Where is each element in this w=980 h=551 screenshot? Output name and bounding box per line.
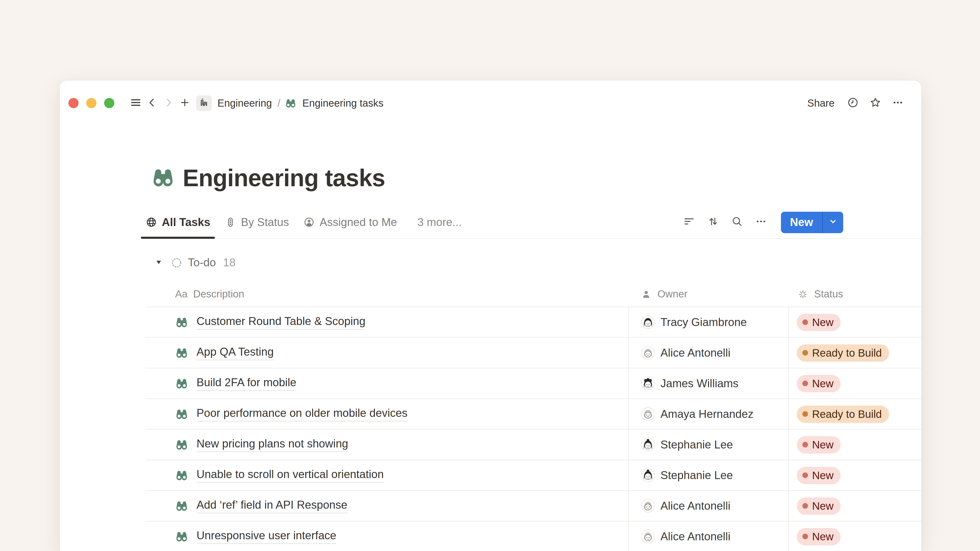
more-views-button[interactable]: 3 more... <box>413 206 466 238</box>
description-cell[interactable]: App QA Testing <box>145 338 628 368</box>
status-label: Ready to Build <box>812 347 882 359</box>
status-cell[interactable]: New <box>788 491 921 521</box>
table-row[interactable]: Unresponsive user interface Alice Antone… <box>145 521 921 551</box>
teamspace-icon-button[interactable] <box>196 95 212 111</box>
owner-name: Alice Antonelli <box>660 530 730 543</box>
status-dot-icon <box>802 381 808 386</box>
task-title-link[interactable]: Customer Round Table & Scoping <box>197 315 366 330</box>
minimize-window-button[interactable] <box>86 98 97 108</box>
column-header-owner[interactable]: Owner <box>628 282 788 306</box>
new-button-group: New <box>781 211 843 233</box>
description-cell[interactable]: Unresponsive user interface <box>145 521 628 551</box>
owner-cell[interactable]: Stephanie Lee <box>628 430 788 460</box>
owner-avatar <box>641 376 655 390</box>
status-badge: Ready to Build <box>797 344 889 362</box>
owner-name: Alice Antonelli <box>660 499 730 513</box>
task-title-link[interactable]: Build 2FA for mobile <box>197 376 296 391</box>
task-binoculars-icon <box>175 438 188 451</box>
new-page-button[interactable] <box>177 95 193 111</box>
status-cell[interactable]: Ready to Build <box>788 399 921 429</box>
group-collapse-toggle[interactable] <box>152 256 165 269</box>
favorite-button[interactable] <box>867 95 883 111</box>
owner-cell[interactable]: Alice Antonelli <box>628 338 788 368</box>
task-title-link[interactable]: Poor performance on older mobile devices <box>197 407 407 421</box>
status-badge: New <box>797 313 841 331</box>
table-row[interactable]: New pricing plans not showing Stephanie … <box>145 430 921 460</box>
share-button[interactable]: Share <box>803 95 838 111</box>
more-options-button[interactable] <box>890 95 906 111</box>
status-cell[interactable]: New <box>788 430 921 460</box>
tab-assigned-to-me[interactable]: Assigned to Me <box>299 206 401 238</box>
owner-cell[interactable]: Amaya Hernandez <box>628 399 788 429</box>
table-row[interactable]: Poor performance on older mobile devices… <box>145 399 921 430</box>
close-window-button[interactable] <box>68 98 79 108</box>
new-dropdown-button[interactable] <box>822 211 843 233</box>
status-cell[interactable]: New <box>788 521 921 551</box>
hamburger-icon <box>130 96 142 110</box>
group-header-todo: To-do 18 <box>145 252 921 273</box>
new-button[interactable]: New <box>781 211 822 233</box>
owner-cell[interactable]: Alice Antonelli <box>628 521 788 551</box>
table-row[interactable]: Customer Round Table & Scoping Tracy Gia… <box>145 307 921 338</box>
view-options-button[interactable] <box>752 213 770 231</box>
task-title-link[interactable]: App QA Testing <box>197 345 274 360</box>
status-cell[interactable]: New <box>788 368 921 399</box>
table-row[interactable]: Unable to scroll on vertical orientation… <box>145 460 921 491</box>
status-burst-icon <box>797 289 808 300</box>
table-row[interactable]: Build 2FA for mobile James Williams New <box>145 368 921 399</box>
status-cell[interactable]: Ready to Build <box>788 338 921 368</box>
zoom-window-button[interactable] <box>104 98 115 108</box>
status-label: Ready to Build <box>812 408 882 420</box>
task-binoculars-icon <box>175 346 188 359</box>
breadcrumb-teamspace[interactable]: Engineering <box>216 96 273 110</box>
table-row[interactable]: App QA Testing Alice Antonelli Ready to … <box>145 338 921 368</box>
nav-forward-button[interactable] <box>160 95 177 111</box>
todo-status-icon <box>170 257 183 269</box>
updates-button[interactable] <box>845 95 861 111</box>
group-count: 18 <box>223 256 235 269</box>
description-cell[interactable]: New pricing plans not showing <box>145 430 628 460</box>
description-cell[interactable]: Unable to scroll on vertical orientation <box>145 460 628 490</box>
task-title-link[interactable]: New pricing plans not showing <box>197 437 348 452</box>
task-binoculars-icon <box>175 377 188 390</box>
search-button[interactable] <box>729 213 746 231</box>
traffic-lights <box>68 98 115 108</box>
owner-cell[interactable]: James Williams <box>628 368 788 399</box>
page-content: Engineering tasks All Tasks By Status As… <box>60 161 921 551</box>
owner-cell[interactable]: Tracy Giambrone <box>628 307 788 337</box>
description-cell[interactable]: Add ‘ref’ field in API Response <box>145 491 628 521</box>
task-title-link[interactable]: Unresponsive user interface <box>197 529 336 544</box>
status-dot-icon <box>802 442 808 448</box>
sidebar-toggle-button[interactable] <box>127 95 144 111</box>
group-name[interactable]: To-do <box>188 256 216 269</box>
task-title-link[interactable]: Add ‘ref’ field in API Response <box>197 499 347 513</box>
tab-all-tasks[interactable]: All Tasks <box>141 206 215 238</box>
status-cell[interactable]: New <box>788 307 921 337</box>
search-icon <box>731 215 743 229</box>
owner-cell[interactable]: Alice Antonelli <box>628 491 788 521</box>
sort-button[interactable] <box>704 213 722 231</box>
status-label: New <box>812 438 834 451</box>
description-cell[interactable]: Poor performance on older mobile devices <box>145 399 628 429</box>
description-cell[interactable]: Customer Round Table & Scoping <box>145 307 628 337</box>
column-header-status[interactable]: Status <box>788 282 921 306</box>
nav-back-button[interactable] <box>144 95 160 111</box>
notion-app-window: Engineering / Engineering tasks Share En… <box>60 81 921 551</box>
tab-by-status[interactable]: By Status <box>220 206 293 238</box>
status-cell[interactable]: New <box>788 460 921 490</box>
task-title-link[interactable]: Unable to scroll on vertical orientation <box>197 468 384 483</box>
status-label: New <box>812 469 834 481</box>
breadcrumb-page[interactable]: Engineering tasks <box>301 96 385 110</box>
owner-avatar <box>641 438 655 451</box>
triangle-down-icon <box>154 257 164 268</box>
window-topbar: Engineering / Engineering tasks Share <box>60 81 921 125</box>
owner-cell[interactable]: Stephanie Lee <box>628 460 788 490</box>
description-cell[interactable]: Build 2FA for mobile <box>145 368 628 399</box>
status-dot-icon <box>802 350 808 356</box>
tab-label: By Status <box>241 216 289 229</box>
owner-avatar <box>641 407 655 421</box>
table-rows: Customer Round Table & Scoping Tracy Gia… <box>145 307 921 551</box>
table-row[interactable]: Add ‘ref’ field in API Response Alice An… <box>145 491 921 521</box>
filter-button[interactable] <box>680 213 698 231</box>
column-header-description[interactable]: Aa Description <box>145 282 628 306</box>
